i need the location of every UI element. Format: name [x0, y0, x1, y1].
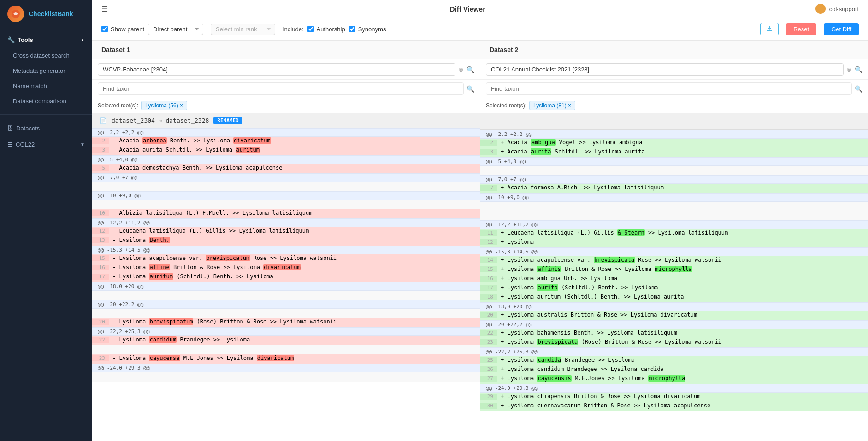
- diff-line: 13- Lysiloma Benth.: [92, 236, 480, 246]
- diff-line: @@ -10 +9,0 @@: [92, 191, 480, 200]
- diff-line: 26+ Lysiloma candidum Brandegee >> Lysil…: [480, 365, 868, 375]
- dataset1-search-icon[interactable]: 🔍: [466, 66, 474, 73]
- col22-icon: ☰: [7, 141, 13, 148]
- direct-parent-select[interactable]: Direct parent: [148, 24, 203, 35]
- sidebar-item-cross-dataset[interactable]: Cross dataset search: [0, 48, 92, 63]
- diff-area: Dataset 1 ⊗ 🔍 🔍 Selected root(s): Lysilo…: [92, 41, 868, 441]
- diff-line: @@ -7,0 +7 @@: [480, 175, 868, 184]
- top-bar: ☰ Diff Viewer col-support: [92, 0, 868, 18]
- select-min-rank[interactable]: Select min rank: [211, 24, 275, 35]
- diff-line: @@ -24,0 +29,3 @@: [92, 364, 480, 372]
- show-parent-checkbox[interactable]: [101, 26, 108, 32]
- diff-file-name: dataset_2304 → dataset_2328: [112, 117, 209, 124]
- diff-line: @@ -20 +22,2 @@: [480, 320, 868, 329]
- diff-line: 12+ Lysiloma: [480, 238, 868, 247]
- diff-line: 17+ Lysiloma aurita (Schltdl.) Benth. >>…: [480, 284, 868, 293]
- get-diff-button[interactable]: Get Diff: [824, 23, 859, 35]
- diff-line: @@ -22,2 +25,3 @@: [92, 327, 480, 336]
- diff-line: [480, 211, 868, 220]
- sidebar-item-col22[interactable]: ☰ COL22 ▼: [0, 136, 92, 153]
- diff-line: 15- Lysiloma acapulcense var. brevispica…: [92, 254, 480, 264]
- diff-line: 22+ Lysiloma bahamensis Benth. >> Lysilo…: [480, 329, 868, 338]
- dataset1-taxon-search-icon[interactable]: 🔍: [466, 85, 474, 93]
- hamburger-icon[interactable]: ☰: [101, 5, 108, 13]
- dataset2-input[interactable]: [486, 63, 844, 76]
- tools-chevron-icon: ▲: [80, 37, 85, 42]
- diff-file-header: 📄 dataset_2304 → dataset_2328 RENAMED: [92, 113, 480, 128]
- diff-line: 25+ Lysiloma candida Brandegee >> Lysilo…: [480, 356, 868, 365]
- diff-line: 20- Lysiloma brevispicatum (Rose) Britto…: [92, 318, 480, 327]
- dataset1-input[interactable]: [98, 63, 455, 76]
- diff-line: @@ -18,0 +20 @@: [92, 282, 480, 291]
- diff-line: @@ -5 +4,0 @@: [92, 155, 480, 164]
- diff-line: 16- Lysiloma affine Britton & Rose >> Ly…: [92, 264, 480, 273]
- dataset2-taxon-search-icon[interactable]: 🔍: [855, 85, 862, 93]
- dataset2-input-row: ⊗ 🔍: [480, 59, 868, 80]
- synonyms-checkbox-label[interactable]: Synonyms: [349, 26, 386, 33]
- support-avatar: [815, 4, 826, 14]
- tools-header[interactable]: 🔧 Tools ▲: [0, 32, 92, 48]
- page-title: Diff Viewer: [120, 5, 815, 13]
- include-label: Include:: [283, 26, 304, 33]
- main-content: ☰ Diff Viewer col-support Show parent Di…: [92, 0, 868, 441]
- dataset1-find-taxon-input[interactable]: [98, 82, 464, 95]
- diff-line: [92, 291, 480, 300]
- diff-line: @@ -2,2 +2,2 @@: [480, 130, 868, 139]
- diff-panel-left: Dataset 1 ⊗ 🔍 🔍 Selected root(s): Lysilo…: [92, 41, 480, 441]
- diff-line: @@ -7,0 +7 @@: [92, 173, 480, 182]
- dataset2-find-taxon-input[interactable]: [486, 82, 852, 95]
- diff-line: 15+ Lysiloma affinis Britton & Rose >> L…: [480, 265, 868, 275]
- dataset2-root-tag[interactable]: Lysiloma (81) ×: [529, 101, 575, 110]
- diff-line: 14+ Lysiloma acapulcense var. brevispica…: [480, 256, 868, 265]
- diff-line: @@ -5 +4,0 @@: [480, 157, 868, 166]
- authorship-checkbox-label[interactable]: Authorship: [307, 26, 345, 33]
- sidebar-item-name-match[interactable]: Name match: [0, 78, 92, 94]
- diff-line: [92, 200, 480, 209]
- sidebar-item-dataset-comparison[interactable]: Dataset comparison: [0, 94, 92, 109]
- diff-line: [92, 345, 480, 354]
- logo: ChecklistBank: [0, 0, 92, 28]
- show-parent-checkbox-label[interactable]: Show parent: [101, 26, 144, 33]
- dataset1-find-taxon-row: 🔍: [92, 80, 480, 98]
- logo-text: ChecklistBank: [29, 10, 73, 18]
- download-button[interactable]: [760, 23, 779, 35]
- sidebar-item-metadata[interactable]: Metadata generator: [0, 63, 92, 78]
- diff-line: @@ -18,0 +20 @@: [480, 302, 868, 311]
- diff-line: @@ -10 +9,0 @@: [480, 193, 868, 202]
- diff-line: 3- Acacia aurita Schltdl. >> Lysiloma au…: [92, 146, 480, 155]
- sidebar: ChecklistBank 🔧 Tools ▲ Cross dataset se…: [0, 0, 92, 441]
- diff-line: 22- Lysiloma candidum Brandegee >> Lysil…: [92, 336, 480, 345]
- diff-line: 30+ Lysiloma cuernavacanum Britton & Ros…: [480, 402, 868, 411]
- min-rank-group: Select min rank: [211, 24, 275, 35]
- diff-line: @@ -15,3 +14,5 @@: [92, 246, 480, 254]
- diff-line: 5- Acacia demostachya Benth. >> Lysiloma…: [92, 164, 480, 173]
- sidebar-bottom: 🗄 Datasets ☰ COL22 ▼: [0, 117, 92, 156]
- dataset2-search-icon[interactable]: 🔍: [855, 66, 862, 73]
- diff-line: 23- Lysiloma cayucense M.E.Jones >> Lysi…: [92, 354, 480, 364]
- wrench-icon: 🔧: [7, 36, 15, 43]
- diff-line: 16+ Lysiloma ambigua Urb. >> Lysiloma: [480, 275, 868, 284]
- dataset2-find-taxon-row: 🔍: [480, 80, 868, 98]
- dataset1-root-tag[interactable]: Lysiloma (56) ×: [141, 101, 187, 110]
- dataset1-clear-icon[interactable]: ⊗: [458, 66, 464, 73]
- show-parent-group: Show parent Direct parent: [101, 24, 203, 35]
- col22-chevron-icon: ▼: [80, 142, 85, 147]
- diff-line: @@ -12,2 +11,2 @@: [480, 220, 868, 229]
- file-icon: 📄: [100, 117, 107, 124]
- sidebar-item-datasets[interactable]: 🗄 Datasets: [0, 120, 92, 136]
- left-diff-lines: @@ -2,2 +2,2 @@2- Acacia arborea Benth. …: [92, 128, 480, 382]
- diff-line: [92, 309, 480, 318]
- top-bar-right: col-support: [815, 4, 859, 14]
- support-label: col-support: [829, 6, 859, 12]
- reset-button[interactable]: Reset: [786, 23, 816, 35]
- dataset2-header: Dataset 2: [480, 41, 868, 59]
- authorship-checkbox[interactable]: [307, 26, 314, 32]
- diff-line: 2- Acacia arborea Benth. >> Lysiloma div…: [92, 137, 480, 146]
- dataset2-clear-icon[interactable]: ⊗: [846, 66, 852, 73]
- diff-line: 17- Lysiloma auritum (Schltdl.) Benth. >…: [92, 273, 480, 282]
- tools-section: 🔧 Tools ▲ Cross dataset search Metadata …: [0, 28, 92, 112]
- datasets-icon: 🗄: [7, 125, 13, 132]
- synonyms-checkbox[interactable]: [349, 26, 355, 32]
- diff-container: Dataset 1 ⊗ 🔍 🔍 Selected root(s): Lysilo…: [92, 41, 868, 441]
- diff-line: 11+ Leucaena latisiliqua (L.) Gillis & S…: [480, 229, 868, 238]
